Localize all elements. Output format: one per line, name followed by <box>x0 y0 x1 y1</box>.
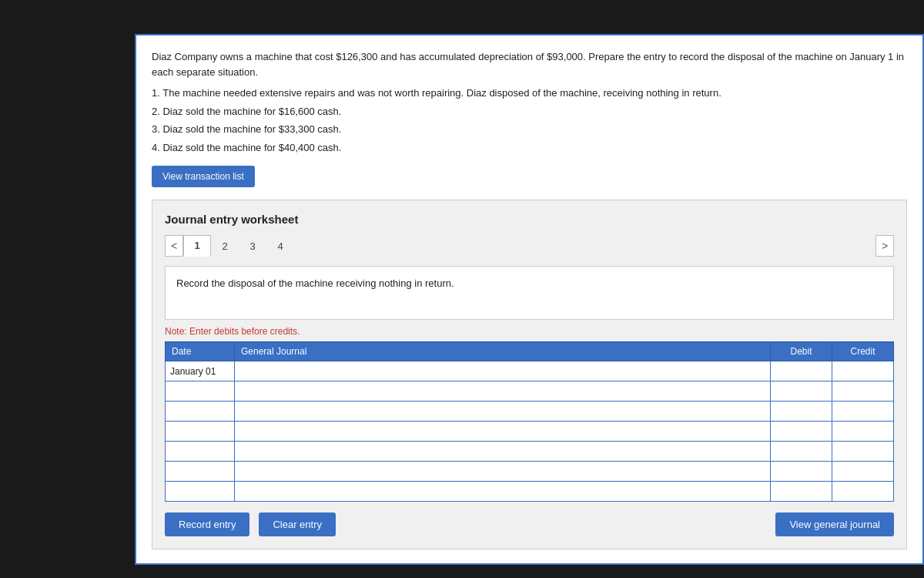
input-debit-1[interactable] <box>775 366 827 377</box>
col-debit: Debit <box>771 342 832 361</box>
action-buttons-row: Record entry Clear entry View general jo… <box>165 512 894 536</box>
tab-1[interactable]: 1 <box>183 235 211 257</box>
cell-debit-4[interactable] <box>771 422 832 442</box>
cell-journal-1[interactable] <box>235 361 771 381</box>
cell-debit-3[interactable] <box>771 402 832 422</box>
cell-journal-4[interactable] <box>235 422 771 442</box>
cell-debit-2[interactable] <box>771 381 832 402</box>
problem-item-1: 1. The machine needed extensive repairs … <box>152 86 907 101</box>
table-header-row: Date General Journal Debit Credit <box>166 342 894 361</box>
table-row <box>166 422 894 442</box>
cell-date-6 <box>166 462 235 482</box>
problem-item-4: 4. Diaz sold the machine for $40,400 cas… <box>152 140 907 156</box>
input-debit-4[interactable] <box>775 426 827 437</box>
problem-intro: Diaz Company owns a machine that cost $1… <box>152 49 907 79</box>
cell-credit-4[interactable] <box>832 422 894 442</box>
tab-4[interactable]: 4 <box>266 235 294 257</box>
input-credit-3[interactable] <box>837 406 889 417</box>
input-journal-4[interactable] <box>239 426 765 437</box>
main-panel: Diaz Company owns a machine that cost $1… <box>135 34 924 565</box>
input-debit-3[interactable] <box>775 406 827 417</box>
worksheet-title: Journal entry worksheet <box>165 213 894 226</box>
cell-journal-2[interactable] <box>235 381 771 402</box>
cell-journal-5[interactable] <box>235 442 771 462</box>
cell-journal-6[interactable] <box>235 462 771 482</box>
tab-prev-button[interactable]: < <box>165 235 183 257</box>
instruction-box: Record the disposal of the machine recei… <box>165 266 894 320</box>
cell-date-1: January 01 <box>166 361 235 381</box>
cell-date-4 <box>166 422 235 442</box>
input-journal-7[interactable] <box>239 486 765 497</box>
view-general-journal-button[interactable]: View general journal <box>775 512 894 536</box>
cell-journal-3[interactable] <box>235 402 771 422</box>
content-area: Diaz Company owns a machine that cost $1… <box>0 34 924 565</box>
col-date: Date <box>166 342 235 361</box>
input-credit-2[interactable] <box>837 386 889 397</box>
input-journal-1[interactable] <box>239 366 765 377</box>
table-row <box>166 442 894 462</box>
cell-date-2 <box>166 381 235 402</box>
cell-credit-5[interactable] <box>832 442 894 462</box>
table-row <box>166 482 894 502</box>
cell-debit-7[interactable] <box>771 482 832 502</box>
problem-text: Diaz Company owns a machine that cost $1… <box>152 49 907 155</box>
table-row: January 01 <box>166 361 894 381</box>
input-journal-5[interactable] <box>239 446 765 457</box>
cell-debit-6[interactable] <box>771 462 832 482</box>
col-journal: General Journal <box>235 342 771 361</box>
table-row <box>166 381 894 402</box>
input-credit-7[interactable] <box>837 486 889 497</box>
input-debit-2[interactable] <box>775 386 827 397</box>
tab-next-button[interactable]: > <box>875 235 894 257</box>
input-credit-6[interactable] <box>837 466 889 477</box>
input-credit-1[interactable] <box>837 366 889 377</box>
cell-date-5 <box>166 442 235 462</box>
note-text: Note: Enter debits before credits. <box>165 326 894 337</box>
cell-date-3 <box>166 402 235 422</box>
instruction-text: Record the disposal of the machine recei… <box>176 277 454 289</box>
top-bar <box>0 0 924 34</box>
tab-2[interactable]: 2 <box>211 235 239 257</box>
cell-date-7 <box>166 482 235 502</box>
journal-table: Date General Journal Debit Credit Januar… <box>165 341 894 502</box>
table-row <box>166 402 894 422</box>
input-credit-5[interactable] <box>837 446 889 457</box>
record-entry-button[interactable]: Record entry <box>165 512 249 536</box>
bottom-bar <box>0 565 924 578</box>
problem-item-2: 2. Diaz sold the machine for $16,600 cas… <box>152 104 907 119</box>
cell-journal-7[interactable] <box>235 482 771 502</box>
tabs-row: < 1 2 3 4 > <box>165 235 894 257</box>
cell-credit-3[interactable] <box>832 402 894 422</box>
input-debit-5[interactable] <box>775 446 827 457</box>
problem-item-3: 3. Diaz sold the machine for $33,300 cas… <box>152 122 907 137</box>
input-journal-6[interactable] <box>239 466 765 477</box>
left-sidebar <box>0 34 135 565</box>
input-credit-4[interactable] <box>837 426 889 437</box>
view-transaction-button[interactable]: View transaction list <box>152 166 255 187</box>
col-credit: Credit <box>832 342 894 361</box>
cell-credit-2[interactable] <box>832 381 894 402</box>
cell-credit-1[interactable] <box>832 361 894 381</box>
page-wrapper: Diaz Company owns a machine that cost $1… <box>0 0 924 578</box>
cell-credit-6[interactable] <box>832 462 894 482</box>
input-journal-3[interactable] <box>239 406 765 417</box>
input-journal-2[interactable] <box>239 386 765 397</box>
clear-entry-button[interactable]: Clear entry <box>259 512 336 536</box>
journal-worksheet: Journal entry worksheet < 1 2 3 4 > Reco… <box>152 200 907 549</box>
input-debit-6[interactable] <box>775 466 827 477</box>
input-debit-7[interactable] <box>775 486 827 497</box>
table-row <box>166 462 894 482</box>
tab-3[interactable]: 3 <box>239 235 266 257</box>
cell-debit-5[interactable] <box>771 442 832 462</box>
cell-credit-7[interactable] <box>832 482 894 502</box>
cell-debit-1[interactable] <box>771 361 832 381</box>
